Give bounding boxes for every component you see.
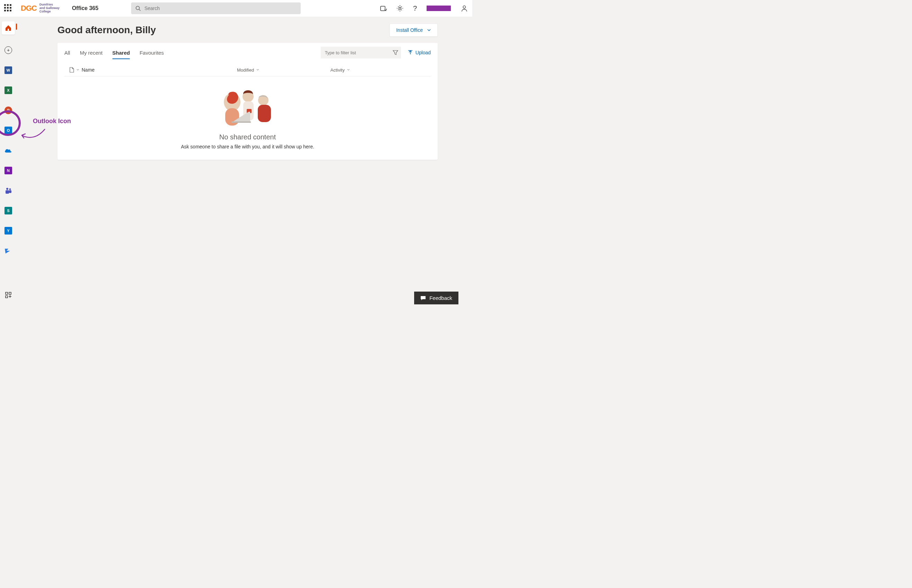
power-automate-icon (5, 248, 12, 254)
svg-line-1 (139, 9, 141, 11)
tabs-row: All My recent Shared Favourites Upload (65, 43, 431, 62)
gear-icon[interactable] (396, 5, 403, 12)
install-office-button[interactable]: Install Office (390, 24, 438, 37)
filter-input[interactable] (321, 47, 390, 58)
svg-point-4 (463, 6, 465, 8)
tab-all[interactable]: All (65, 44, 70, 61)
sidebar-item-excel[interactable]: X (4, 86, 13, 95)
documents-card: All My recent Shared Favourites Upload (57, 43, 438, 160)
sidebar-item-outlook[interactable]: O (4, 126, 13, 135)
sharepoint-icon: S (5, 207, 12, 215)
empty-title: No shared content (65, 133, 431, 141)
svg-point-3 (399, 7, 401, 9)
svg-point-5 (6, 188, 8, 190)
svg-rect-2 (381, 6, 385, 11)
filter-wrap (321, 47, 401, 58)
sidebar-item-power-automate[interactable] (4, 246, 13, 255)
sidebar-item-word[interactable]: W (4, 66, 13, 75)
filter-icon[interactable] (390, 47, 401, 58)
svg-rect-18 (258, 105, 271, 122)
svg-rect-7 (5, 190, 9, 194)
page-title: Good afternoon, Billy (57, 24, 156, 36)
sidebar-item-create[interactable]: + (4, 46, 13, 55)
column-name[interactable]: Name (82, 67, 94, 73)
brand-logo[interactable]: DGC Dumfries and Galloway College (21, 3, 60, 13)
plus-icon: + (5, 46, 12, 54)
sidebar-item-home[interactable] (2, 21, 15, 35)
onenote-icon: N (5, 167, 12, 174)
search-box[interactable] (131, 2, 301, 14)
sidebar-item-yammer[interactable]: Y (4, 226, 13, 235)
chat-icon (420, 296, 426, 300)
feedback-button[interactable]: Feedback (414, 292, 458, 304)
svg-point-0 (136, 6, 139, 10)
sidebar-item-onedrive[interactable] (4, 146, 13, 155)
table-header: Name Modified Activity (65, 62, 431, 76)
svg-rect-19 (231, 121, 251, 123)
chevron-down-icon[interactable] (347, 68, 350, 72)
upload-button[interactable]: Upload (408, 50, 431, 55)
chevron-down-icon[interactable] (76, 68, 79, 72)
svg-rect-13 (225, 108, 239, 126)
profile-icon[interactable] (461, 5, 468, 12)
chevron-down-icon[interactable] (256, 68, 259, 72)
sidebar-item-onenote[interactable]: N (4, 166, 13, 175)
chevron-down-icon (427, 28, 431, 32)
onedrive-icon (4, 148, 13, 153)
outlook-icon: O (5, 127, 12, 134)
sidebar: + W X P O N S Y (0, 16, 16, 304)
empty-subtitle: Ask someone to share a file with you, an… (65, 144, 431, 149)
column-modified[interactable]: Modified (237, 68, 254, 73)
search-icon (135, 5, 141, 11)
yammer-icon: Y (5, 227, 12, 234)
brand-abbrev: DGC (21, 4, 37, 13)
empty-state: No shared content Ask someone to share a… (65, 76, 431, 160)
user-name-bar (427, 5, 451, 11)
word-icon: W (5, 66, 12, 74)
tab-shared[interactable]: Shared (112, 44, 130, 61)
sidebar-item-powerpoint[interactable]: P (4, 106, 13, 115)
svg-rect-8 (9, 190, 11, 193)
upload-icon (408, 50, 413, 55)
brand-text: Dumfries and Galloway College (39, 3, 60, 13)
app-name: Office 365 (72, 5, 98, 11)
sidebar-item-sharepoint[interactable]: S (4, 206, 13, 215)
sidebar-item-teams[interactable] (4, 186, 13, 195)
powerpoint-icon: P (5, 107, 12, 114)
excel-icon: X (5, 86, 12, 94)
tab-my-recent[interactable]: My recent (80, 44, 103, 61)
app-launcher-icon[interactable] (4, 4, 13, 13)
header: DGC Dumfries and Galloway College Office… (0, 0, 472, 16)
column-activity[interactable]: Activity (330, 68, 344, 73)
calendar-badge-icon[interactable] (380, 5, 387, 12)
help-icon[interactable]: ? (413, 5, 417, 13)
teams-icon (5, 187, 12, 194)
svg-point-6 (9, 189, 11, 190)
empty-state-illustration (215, 85, 281, 126)
home-icon (5, 24, 12, 31)
tab-favourites[interactable]: Favourites (139, 44, 163, 61)
file-icon (69, 67, 74, 73)
search-input[interactable] (144, 5, 296, 11)
main-content: Good afternoon, Billy Install Office All… (16, 16, 472, 304)
